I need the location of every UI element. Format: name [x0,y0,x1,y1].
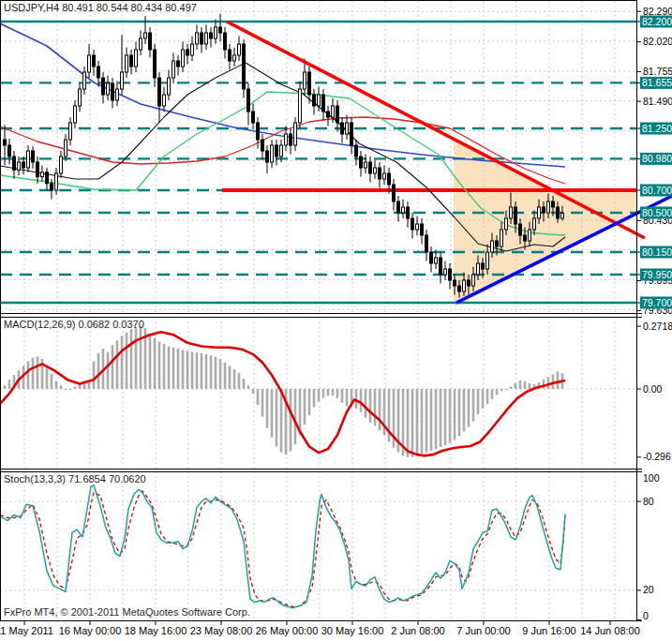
macd-indicator-label: MACD(12,26,9) 0.0682 0.0370 [4,319,144,330]
time-axis-label: 26 May 00:00 [256,625,319,636]
stoch-axis-label: 100 [643,472,660,484]
time-axis-label: 2 Jun 08:00 [391,625,445,636]
time-axis-label: 11 May 2011 [0,625,53,636]
stoch-axis-label: 20 [643,584,654,595]
time-axis-label: 30 May 16:00 [321,625,384,636]
price-axis-badge-label: 82.200 [642,16,672,27]
price-axis-label: 82.020 [643,36,672,47]
time-axis-label: 23 May 08:00 [190,625,253,636]
price-axis-badge-label: 80.700 [642,185,672,196]
price-axis-label: 81.490 [643,96,672,107]
time-axis-label: 9 Jun 16:00 [522,625,576,636]
macd-axis-label: 0.2718 [643,320,672,332]
price-axis-badge-label: 80.500 [642,207,672,218]
macd-axis-label: -0.296 [643,451,671,462]
time-axis-label: 16 May 00:00 [59,625,122,636]
price-axis-badge-label: 80.150 [642,246,672,258]
price-axis-badge-label: 79.950 [642,269,672,280]
time-axis-label: 7 Jun 00:00 [456,625,511,636]
stoch-axis-label: 0 [643,610,649,621]
price-axis-badge-label: 79.700 [642,297,672,308]
price-axis-badge-label: 80.980 [642,153,672,164]
time-axis-label: 14 Jun 08:00 [580,625,640,636]
stoch-axis-label: 80 [643,496,654,507]
price-axis-badge-label: 81.655 [642,77,672,88]
mt4-chart-window: 82.29082.02081.75581.49080.43079.89579.6… [0,0,672,641]
branding-text: FxPro MT4, © 2001-2011 MetaQuotes Softwa… [4,606,250,618]
time-axis-label: 18 May 16:00 [125,625,187,636]
price-axis-label: 81.755 [643,66,672,77]
macd-axis-label: 0.00 [643,383,663,395]
symbol-period-ohlc-title: USDJPY,H4 80.491 80.544 80.434 80.497 [4,2,197,13]
stoch-indicator-label: Stoch(13,3,3) 71.6854 70.0620 [4,473,146,484]
price-axis-badge-label: 81.250 [642,123,672,134]
